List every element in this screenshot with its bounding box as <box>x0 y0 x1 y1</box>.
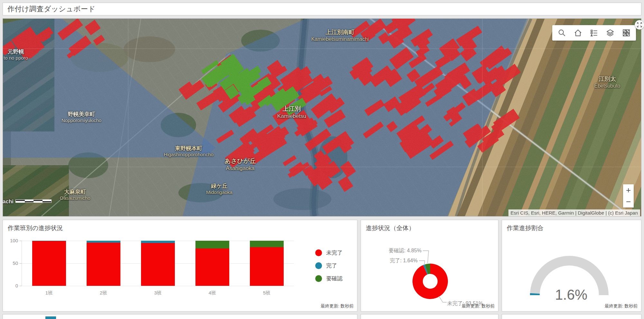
gauge-body: 1.6% <box>502 232 641 310</box>
bar-column[interactable]: 1班 <box>32 241 66 286</box>
donut-last-updated: 最終更新: 数秒前 <box>462 303 495 309</box>
bar-chart-title: 作業班別の進捗状況 <box>3 220 357 232</box>
donut-callout: 完了: 1.64% <box>390 258 418 263</box>
x-axis-label: 5班 <box>250 290 284 296</box>
search-icon[interactable] <box>555 26 568 39</box>
map-attribution: Esri CIS, Esri, HERE, Garmin | DigitalGl… <box>508 209 640 216</box>
bar-segment <box>250 241 284 247</box>
x-axis-label: 2班 <box>87 290 120 296</box>
bottom-row: 作業班別の進捗状況 0501001班2班3班4班5班 未完了完了要確認 最終更新… <box>3 220 641 312</box>
y-axis-tick: 50 <box>5 260 18 266</box>
bar-segment <box>32 241 66 286</box>
donut-callout: 要確認: 4.85% <box>389 248 421 253</box>
map-image <box>3 19 641 216</box>
legend-item[interactable]: 未完了 <box>315 249 343 256</box>
gauge-chart: 1.6% <box>502 232 641 310</box>
legend-item[interactable]: 要確認 <box>315 275 343 282</box>
legend-swatch <box>315 249 322 256</box>
bar-segment <box>87 243 120 286</box>
bar-segment <box>141 243 175 286</box>
donut-chart-title: 進捗状況（全体） <box>361 220 498 232</box>
map-canvas[interactable]: 元野幌to no pporo上江別南町Kamiebetsuminamimachi… <box>3 18 641 217</box>
x-axis-label: 1班 <box>32 290 66 296</box>
home-icon[interactable] <box>572 26 584 39</box>
legend-item[interactable]: 完了 <box>315 262 343 269</box>
bar-chart-plot: 0501001班2班3班4班5班 <box>22 241 294 286</box>
cutoff-panel-right <box>502 314 641 319</box>
bar-chart-legend: 未完了完了要確認 <box>315 249 343 286</box>
gauge-title: 作業進捗割合 <box>502 220 641 232</box>
basemap-icon[interactable] <box>620 26 633 39</box>
gauge-value: 1.6% <box>555 287 587 303</box>
map-panel: 元野幌to no pporo上江別南町Kamiebetsuminamimachi… <box>3 18 641 217</box>
donut-chart: 未完了: 93.51%完了: 1.64%要確認: 4.85% <box>361 232 498 310</box>
x-axis-label: 3班 <box>141 290 175 296</box>
bar-segment <box>250 247 284 286</box>
gauge-last-updated: 最終更新: 数秒前 <box>605 303 638 309</box>
header-bar: 作付け調査ダッシュボード <box>3 3 641 15</box>
bar-chart-last-updated: 最終更新: 数秒前 <box>321 303 354 309</box>
cutoff-panel-mid <box>361 314 498 319</box>
legend-label: 要確認 <box>326 275 343 282</box>
layers-icon[interactable] <box>604 26 617 39</box>
map-scalebar <box>15 199 52 203</box>
bar-segment <box>195 248 229 286</box>
map-toolbar <box>552 25 636 41</box>
bar-column[interactable]: 3班 <box>141 241 175 286</box>
page-title: 作付け調査ダッシュボード <box>7 4 96 14</box>
cutoff-panel-left <box>3 314 357 319</box>
legend-label: 未完了 <box>326 249 343 256</box>
bar-column[interactable]: 4班 <box>195 241 229 286</box>
bar-chart-body: 0501001班2班3班4班5班 未完了完了要確認 <box>3 241 357 286</box>
bar-segment <box>195 241 229 248</box>
dashboard-page: 作付け調査ダッシュボード 元野幌to no pporo上江別南町Kamiebet… <box>0 0 644 319</box>
legend-icon[interactable] <box>588 26 601 39</box>
cutoff-chart-fragment <box>45 316 56 319</box>
zoom-out-button[interactable]: − <box>623 196 634 208</box>
y-axis-tick: 0 <box>5 283 18 288</box>
expand-icon[interactable] <box>635 20 644 30</box>
y-axis-tick: 100 <box>5 238 18 243</box>
zoom-in-button[interactable]: + <box>623 184 634 196</box>
bar-chart-panel: 作業班別の進捗状況 0501001班2班3班4班5班 未完了完了要確認 最終更新… <box>3 220 357 312</box>
donut-chart-panel: 進捗状況（全体） 未完了: 93.51%完了: 1.64%要確認: 4.85% … <box>361 220 498 312</box>
bar-column[interactable]: 5班 <box>250 241 284 286</box>
map-zoom-control: + − <box>623 184 634 208</box>
legend-swatch <box>315 275 322 282</box>
legend-label: 完了 <box>326 262 337 269</box>
cutoff-row <box>3 314 641 319</box>
bar-column[interactable]: 2班 <box>87 241 120 286</box>
gauge-panel: 作業進捗割合 1.6% 最終更新: 数秒前 <box>502 220 641 312</box>
x-axis-label: 4班 <box>195 290 229 296</box>
bar-segment <box>141 241 175 243</box>
legend-swatch <box>315 262 322 269</box>
donut-chart-body: 未完了: 93.51%完了: 1.64%要確認: 4.85% <box>361 232 498 310</box>
